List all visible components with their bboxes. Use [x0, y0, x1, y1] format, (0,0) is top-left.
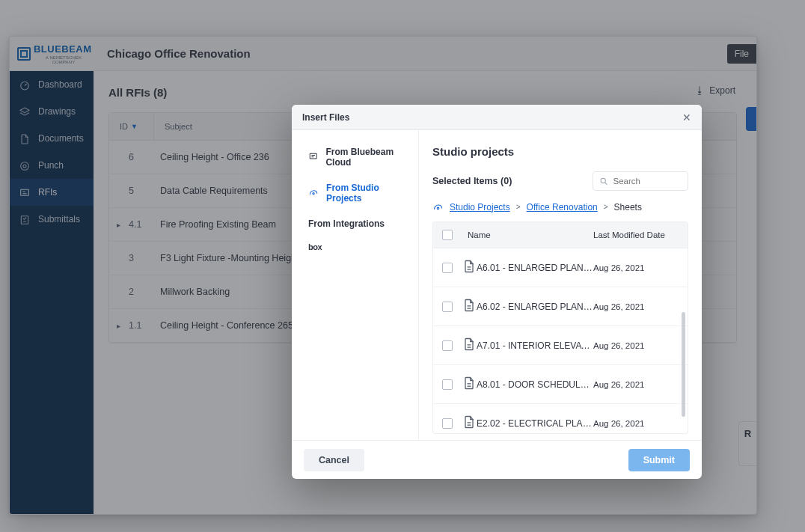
file-row[interactable]: A8.01 - DOOR SCHEDULE.pdfAug 26, 2021: [433, 365, 688, 404]
svg-point-8: [601, 178, 605, 183]
modal-content-panel: Studio projects Selected Items (0) Studi…: [419, 130, 702, 440]
file-modified-date: Aug 26, 2021: [593, 341, 679, 350]
file-modified-date: Aug 26, 2021: [593, 263, 679, 272]
submit-button[interactable]: Submit: [628, 449, 690, 471]
source-label: From Bluebeam Cloud: [325, 147, 406, 168]
file-name: A6.02 - ENLARGED PLANS.pdf: [477, 302, 593, 312]
cloud-doc-icon: [308, 151, 318, 163]
svg-point-7: [313, 193, 314, 195]
breadcrumb-item[interactable]: Office Renovation: [527, 202, 598, 213]
modal-title: Insert Files: [302, 112, 349, 123]
document-icon: [462, 298, 477, 315]
file-checkbox[interactable]: [442, 263, 453, 273]
source-label: From Studio Projects: [326, 183, 406, 204]
svg-rect-6: [310, 153, 316, 159]
file-row[interactable]: A7.01 - INTERIOR ELEVATIONS.pdfAug 26, 2…: [433, 326, 688, 365]
breadcrumb: Studio Projects>Office Renovation>Sheets: [432, 201, 688, 213]
file-checkbox[interactable]: [442, 340, 453, 351]
search-input[interactable]: [613, 177, 682, 186]
document-icon: [462, 376, 477, 393]
search-box[interactable]: [593, 171, 688, 191]
column-modified[interactable]: Last Modified Date: [593, 230, 679, 239]
svg-line-9: [605, 183, 607, 185]
box-icon: box: [308, 242, 322, 251]
file-row[interactable]: A6.01 - ENLARGED PLANS.pdfAug 26, 2021: [433, 248, 688, 287]
file-list: Name Last Modified Date A6.01 - ENLARGED…: [432, 221, 688, 434]
chevron-right-icon: >: [604, 203, 608, 211]
insert-files-modal: Insert Files ✕ From Bluebeam CloudFrom S…: [292, 105, 702, 479]
studio-icon: [308, 187, 319, 199]
file-name: E2.02 - ELECTRICAL PLAN - LEVEL: [477, 418, 593, 429]
close-icon[interactable]: ✕: [682, 111, 691, 123]
source-studio[interactable]: From Studio Projects: [308, 183, 406, 204]
modal-source-panel: From Bluebeam CloudFrom Studio ProjectsF…: [292, 130, 419, 440]
file-checkbox[interactable]: [442, 302, 453, 312]
file-name: A8.01 - DOOR SCHEDULE.pdf: [477, 379, 593, 390]
file-name: A7.01 - INTERIOR ELEVATIONS.pdf: [477, 340, 593, 351]
chevron-right-icon: >: [516, 203, 521, 211]
file-row[interactable]: A6.02 - ENLARGED PLANS.pdfAug 26, 2021: [433, 287, 688, 326]
integrations-heading: From Integrations: [308, 218, 406, 229]
search-icon: [599, 176, 608, 187]
breadcrumb-item[interactable]: Studio Projects: [450, 202, 510, 213]
document-icon: [462, 415, 477, 432]
studio-icon: [432, 201, 444, 213]
file-list-header: Name Last Modified Date: [433, 222, 688, 248]
breadcrumb-item: Sheets: [614, 202, 642, 213]
scrollbar-thumb[interactable]: [682, 312, 685, 417]
modal-body: From Bluebeam CloudFrom Studio ProjectsF…: [292, 130, 702, 440]
source-bb-cloud[interactable]: From Bluebeam Cloud: [308, 147, 406, 168]
select-all-checkbox[interactable]: [442, 230, 453, 240]
file-row[interactable]: E2.02 - ELECTRICAL PLAN - LEVELAug 26, 2…: [433, 404, 688, 433]
modal-header: Insert Files ✕: [292, 105, 702, 130]
document-icon: [462, 259, 477, 276]
column-name[interactable]: Name: [462, 230, 593, 239]
file-modified-date: Aug 26, 2021: [593, 419, 679, 428]
file-name: A6.01 - ENLARGED PLANS.pdf: [477, 263, 593, 273]
selected-items-count: Selected Items (0): [432, 176, 512, 186]
modal-footer: Cancel Submit: [292, 440, 702, 479]
file-checkbox[interactable]: [442, 379, 453, 390]
file-modified-date: Aug 26, 2021: [593, 302, 679, 311]
document-icon: [462, 337, 477, 354]
svg-point-10: [437, 207, 439, 210]
file-modified-date: Aug 26, 2021: [593, 380, 679, 389]
cancel-button[interactable]: Cancel: [304, 449, 364, 471]
file-checkbox[interactable]: [442, 418, 453, 429]
panel-title: Studio projects: [432, 145, 688, 158]
integration-box[interactable]: box: [308, 242, 406, 251]
